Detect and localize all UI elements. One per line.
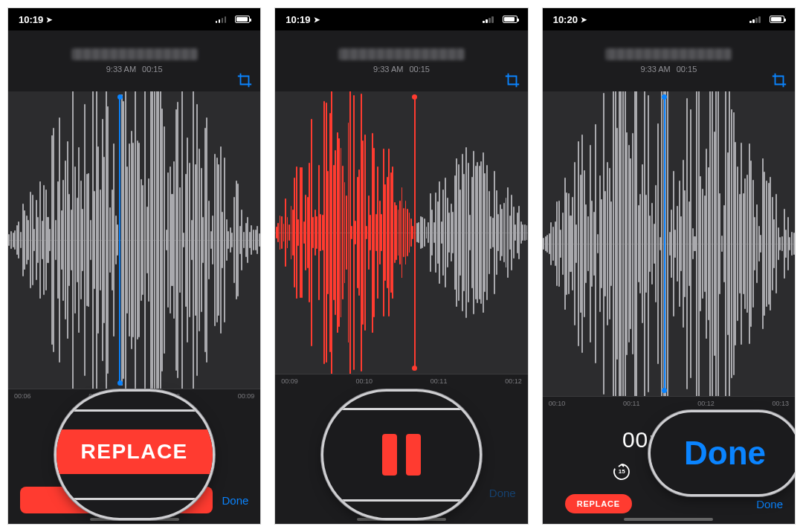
memo-duration: 00:15 xyxy=(142,65,163,74)
time-ruler: 00:09 00:10 00:11 00:12 xyxy=(275,374,527,393)
done-button[interactable]: Done xyxy=(222,494,248,507)
callout-pause xyxy=(323,392,480,518)
waveform-area[interactable]: 00:09 00:10 00:11 00:12 xyxy=(275,91,527,393)
status-time: 10:20 xyxy=(553,14,578,25)
crop-icon[interactable] xyxy=(236,72,253,88)
crop-icon[interactable] xyxy=(771,72,787,88)
pause-icon[interactable] xyxy=(382,434,421,476)
waveform-recorded xyxy=(275,91,414,374)
status-time: 10:19 xyxy=(286,14,310,25)
memo-time: 9:33 AM xyxy=(640,65,670,74)
home-indicator[interactable] xyxy=(357,518,446,521)
home-indicator[interactable] xyxy=(90,518,179,521)
playhead[interactable] xyxy=(119,91,120,389)
playhead[interactable] xyxy=(414,91,416,374)
callout-replace: REPLACE xyxy=(57,392,213,518)
home-indicator[interactable] xyxy=(624,518,713,521)
memo-time: 9:33 AM xyxy=(373,65,403,74)
cell-signal-icon xyxy=(749,16,761,23)
playhead[interactable] xyxy=(664,91,665,396)
status-time: 10:19 xyxy=(19,14,43,25)
waveform-area[interactable]: 00:06 00:07 00:08 00:09 xyxy=(8,91,260,408)
memo-header: 9:33 AM 00:15 xyxy=(275,30,527,78)
status-bar: 10:19 ➤ xyxy=(275,8,527,30)
waveform xyxy=(414,91,528,374)
location-arrow-icon: ➤ xyxy=(46,16,52,24)
skip-back-15-icon[interactable]: 15 xyxy=(611,461,632,482)
callout-done: Done xyxy=(651,412,796,494)
done-button[interactable]: Done xyxy=(489,487,516,499)
cell-signal-icon xyxy=(483,16,494,23)
memo-title-redacted xyxy=(605,48,732,60)
memo-duration: 00:15 xyxy=(677,65,697,74)
done-button-callout[interactable]: Done xyxy=(684,435,766,472)
phone-screen-3: 10:20 ➤ 9:33 AM 00:15 00 xyxy=(542,7,796,525)
battery-icon xyxy=(770,16,784,23)
phone-screen-2: 10:19 ➤ 9:33 AM 00:15 xyxy=(274,7,528,525)
status-bar: 10:19 ➤ xyxy=(8,8,260,30)
memo-header: 9:33 AM 00:15 xyxy=(543,30,795,78)
status-bar: 10:20 ➤ xyxy=(543,8,795,30)
cell-signal-icon xyxy=(216,16,227,23)
memo-title-redacted xyxy=(338,48,465,60)
memo-header: 9:33 AM 00:15 xyxy=(8,30,260,78)
waveform xyxy=(543,91,795,396)
battery-icon xyxy=(235,16,250,23)
phone-screen-1: 10:19 ➤ 9:33 AM 00:15 00 xyxy=(7,7,261,525)
location-arrow-icon: ➤ xyxy=(581,16,587,24)
replace-button-callout[interactable]: REPLACE xyxy=(57,429,213,474)
memo-time: 9:33 AM xyxy=(106,65,136,74)
waveform-area[interactable]: 00:10 00:11 00:12 00:13 xyxy=(543,91,795,415)
crop-icon[interactable] xyxy=(504,72,520,88)
location-arrow-icon: ➤ xyxy=(314,16,320,24)
memo-title-redacted xyxy=(71,48,198,60)
waveform xyxy=(8,91,260,389)
done-button[interactable]: Done xyxy=(756,498,783,510)
memo-duration: 00:15 xyxy=(409,65,430,74)
replace-button[interactable]: REPLACE xyxy=(565,494,632,513)
battery-icon xyxy=(503,16,517,23)
